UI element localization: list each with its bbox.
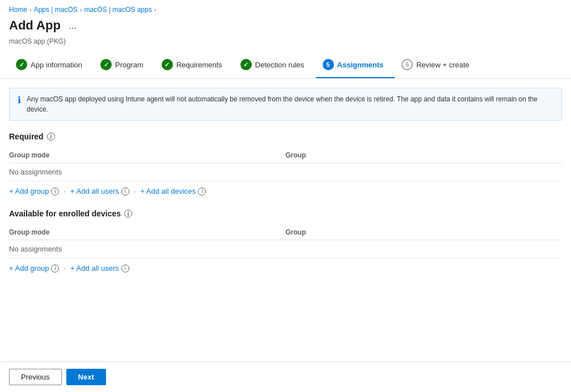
required-table-header: Group mode Group (9, 148, 562, 163)
available-title-text: Available for enrolled devices (9, 209, 121, 218)
page-subtitle: macOS app (PKG) (0, 37, 571, 52)
required-add-group-link[interactable]: + Add group (9, 187, 49, 195)
table-row: No assignments (9, 240, 562, 258)
table-row: No assignments (9, 163, 562, 181)
info-banner-text: Any macOS app deployed using Intune agen… (27, 94, 553, 114)
required-add-users-info[interactable]: i (121, 188, 129, 195)
required-table: Group mode Group No assignments (9, 148, 562, 181)
required-row-group-mode: No assignments (9, 163, 286, 181)
main-content: Required i Group mode Group No assignmen… (0, 121, 571, 297)
breadcrumb-home[interactable]: Home (9, 6, 27, 14)
required-add-all-devices-link[interactable]: + Add all devices (140, 187, 196, 195)
required-section: Required i Group mode Group No assignmen… (9, 132, 562, 195)
ellipsis-button[interactable]: ... (65, 19, 81, 33)
step-assignments[interactable]: 5 Assignments (316, 52, 395, 78)
available-add-all-users-link[interactable]: + Add all users (70, 264, 119, 272)
step-icon-app-information (16, 59, 27, 70)
info-icon: ℹ (18, 95, 21, 105)
available-row-group (286, 240, 562, 258)
breadcrumb: Home › Apps | macOS › macOS | macOS apps… (0, 0, 571, 16)
required-row-group (286, 163, 562, 181)
required-col-group-mode: Group mode (9, 148, 286, 163)
required-section-title: Required i (9, 132, 562, 141)
step-label-program: Program (115, 61, 143, 69)
breadcrumb-macos-apps[interactable]: macOS | macOS apps (84, 6, 152, 14)
step-requirements[interactable]: Requirements (155, 52, 234, 78)
step-label-app-information: App information (31, 61, 82, 69)
required-add-links: + Add group i · + Add all users i · + Ad… (9, 187, 562, 195)
step-label-detection-rules: Detection rules (255, 61, 304, 69)
available-section: Available for enrolled devices i Group m… (9, 209, 562, 272)
required-add-group-info[interactable]: i (51, 188, 59, 195)
available-info-icon[interactable]: i (124, 210, 132, 218)
step-icon-assignments: 5 (323, 59, 334, 70)
step-icon-review-create: 6 (401, 59, 413, 70)
available-row-group-mode: No assignments (9, 240, 286, 258)
step-label-review-create: Review + create (416, 61, 470, 69)
step-detection-rules[interactable]: Detection rules (234, 52, 316, 78)
wizard-nav: App information Program Requirements Det… (0, 52, 571, 79)
page-header: Add App ... (0, 16, 571, 37)
available-table-header: Group mode Group (9, 225, 562, 240)
breadcrumb-apps-macos[interactable]: Apps | macOS (34, 6, 78, 14)
required-info-icon[interactable]: i (47, 133, 55, 140)
available-add-links: + Add group i · + Add all users i (9, 264, 562, 272)
step-review-create[interactable]: 6 Review + create (395, 52, 481, 78)
step-icon-program (100, 59, 112, 70)
required-add-devices-info[interactable]: i (198, 188, 206, 195)
footer: Previous Next (0, 361, 571, 392)
available-col-group-mode: Group mode (9, 225, 286, 240)
step-label-requirements: Requirements (176, 61, 222, 69)
available-col-group: Group (286, 225, 562, 240)
available-add-users-info[interactable]: i (121, 265, 129, 272)
next-button[interactable]: Next (66, 369, 106, 385)
step-app-information[interactable]: App information (9, 52, 94, 78)
required-add-all-users-link[interactable]: + Add all users (70, 187, 119, 195)
info-banner: ℹ Any macOS app deployed using Intune ag… (9, 88, 562, 121)
step-label-assignments: Assignments (337, 61, 384, 69)
required-title-text: Required (9, 132, 44, 141)
step-program[interactable]: Program (94, 52, 155, 78)
available-section-title: Available for enrolled devices i (9, 209, 562, 218)
available-add-group-link[interactable]: + Add group (9, 264, 49, 272)
required-col-group: Group (286, 148, 562, 163)
step-icon-detection-rules (240, 59, 252, 70)
available-table: Group mode Group No assignments (9, 225, 562, 258)
page-title: Add App (9, 18, 61, 33)
available-add-group-info[interactable]: i (51, 265, 59, 272)
previous-button[interactable]: Previous (9, 369, 62, 385)
step-icon-requirements (162, 59, 173, 70)
